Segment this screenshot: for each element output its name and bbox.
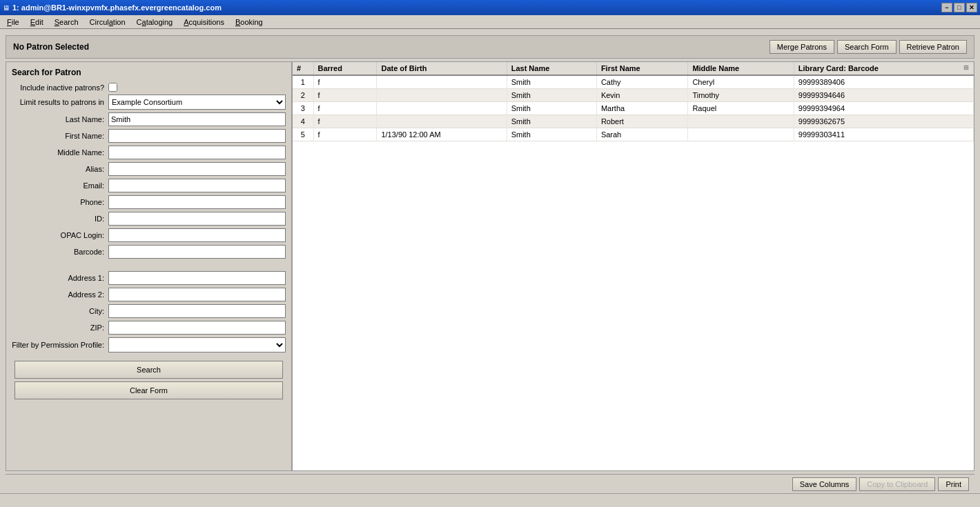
search-form-button[interactable]: Search Form <box>837 40 896 46</box>
menu-booking[interactable]: Booking <box>230 17 268 28</box>
merge-patrons-button[interactable]: Merge Patrons <box>770 40 834 46</box>
menu-cataloging[interactable]: Cataloging <box>131 17 179 28</box>
patron-action-buttons: Merge Patrons Search Form Retrieve Patro… <box>770 40 967 46</box>
close-window-button[interactable]: ✕ <box>966 3 977 12</box>
menubar: File Edit Search Circulation Cataloging … <box>0 15 980 29</box>
titlebar: 🖥 1: admin@BR1-winxpvmfx.phasefx.evergre… <box>0 0 980 15</box>
title-icon: 🖥 <box>3 4 10 12</box>
maximize-button[interactable]: □ <box>954 3 965 12</box>
menu-circulation[interactable]: Circulation <box>84 17 131 28</box>
menu-file[interactable]: File <box>1 17 25 28</box>
no-patron-label: No Patron Selected <box>13 42 89 46</box>
menu-edit[interactable]: Edit <box>25 17 49 28</box>
minimize-button[interactable]: − <box>941 3 952 12</box>
main-content: No Patron Selected Merge Patrons Search … <box>0 31 980 46</box>
menu-acquisitions[interactable]: Acquisitions <box>178 17 230 28</box>
menu-search[interactable]: Search <box>49 17 84 28</box>
retrieve-patron-button[interactable]: Retrieve Patron <box>899 40 967 46</box>
titlebar-title: 1: admin@BR1-winxpvmfx.phasefx.evergreen… <box>10 3 941 12</box>
patron-status-bar: No Patron Selected Merge Patrons Search … <box>6 35 974 46</box>
titlebar-controls: − □ ✕ <box>941 3 977 12</box>
